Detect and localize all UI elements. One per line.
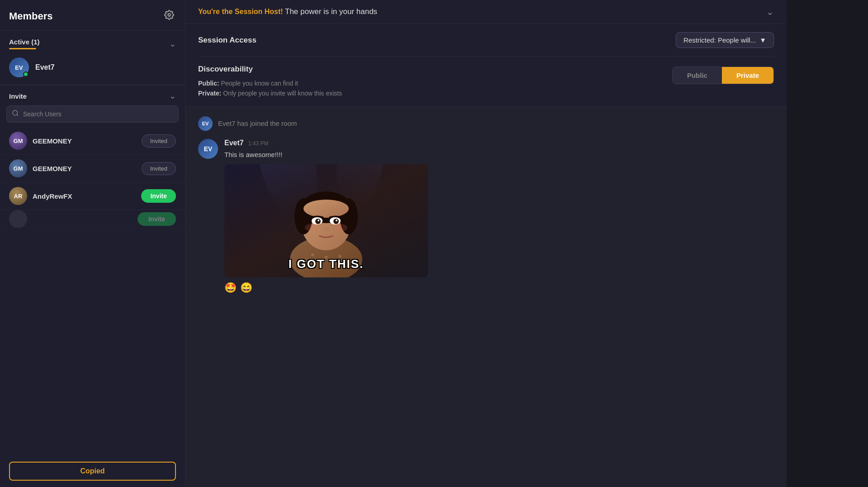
chat-message: EV Evet7 1:43 PM This is awesome!!!!	[198, 139, 774, 294]
settings-panel: Session Access Restricted: People will..…	[185, 24, 787, 107]
discoverability-toggle: Public Private	[672, 67, 774, 84]
search-icon	[12, 110, 19, 119]
meme-background: I GOT THIS.	[224, 164, 428, 277]
svg-point-26	[335, 224, 347, 231]
svg-point-1	[13, 110, 18, 115]
message-time: 1:43 PM	[248, 140, 269, 147]
invite-chevron-icon: ⌄	[169, 91, 176, 101]
svg-point-7	[311, 253, 314, 256]
user-info: AR AndyRewFX	[9, 187, 72, 205]
invite-header[interactable]: Invite ⌄	[0, 86, 185, 105]
svg-point-17	[304, 200, 349, 218]
invite-label: Invite	[9, 92, 27, 100]
system-avatar: EV	[198, 116, 213, 131]
message-image: I GOT THIS.	[224, 164, 428, 277]
search-box	[6, 105, 179, 123]
invited-button[interactable]: Invited	[142, 162, 176, 175]
reaction-grin[interactable]: 😄	[240, 282, 252, 294]
svg-point-20	[315, 219, 321, 224]
sidebar-title: Members	[9, 10, 53, 22]
discoverability-info: Discoverability Public: People you know …	[198, 65, 672, 99]
discoverability-row: Discoverability Public: People you know …	[198, 57, 774, 107]
avatar	[9, 210, 27, 228]
public-label: Public:	[198, 80, 219, 87]
svg-point-22	[318, 220, 319, 221]
private-button[interactable]: Private	[722, 67, 773, 84]
sidebar-header: Members	[0, 0, 185, 31]
online-indicator	[23, 72, 28, 77]
list-item[interactable]: Invite	[0, 210, 185, 228]
private-desc: Only people you invite will know this ex…	[223, 90, 342, 97]
message-username: Evet7	[224, 139, 244, 147]
discoverability-title: Discoverability	[198, 65, 672, 74]
meme-image: I GOT THIS.	[224, 164, 428, 277]
message-content: Evet7 1:43 PM This is awesome!!!!	[224, 139, 774, 294]
host-rest: The power is in your hands	[285, 7, 377, 16]
chat-area: EV Evet7 has joined the room EV Evet7 1:…	[185, 107, 787, 487]
main-content: You're the Session Host! The power is in…	[185, 0, 787, 487]
invite-button[interactable]: Invite	[141, 189, 176, 203]
host-highlight: You're the Session Host!	[198, 8, 283, 15]
user-list: GM GEEMONEY Invited GM GEEMONEY Invited	[0, 127, 185, 457]
avatar: AR	[9, 187, 27, 205]
svg-point-0	[168, 14, 171, 16]
invite-button[interactable]: Invite	[138, 212, 176, 226]
settings-button[interactable]	[162, 8, 176, 24]
host-text: You're the Session Host! The power is in…	[198, 7, 377, 16]
active-username: Evet7	[35, 63, 55, 72]
user-info: GM GEEMONEY	[9, 159, 72, 177]
user-info: GM GEEMONEY	[9, 132, 72, 150]
active-user-row: EV Evet7	[9, 52, 176, 80]
svg-point-23	[336, 220, 337, 221]
session-access-button[interactable]: Restricted: People will... ▼	[676, 32, 774, 48]
discoverability-public-desc: Public: People you know can find it	[198, 78, 672, 88]
svg-point-25	[305, 224, 318, 231]
user-info	[9, 210, 33, 228]
list-item[interactable]: GM GEEMONEY Invited	[0, 155, 185, 182]
message-header: Evet7 1:43 PM	[224, 139, 774, 147]
svg-point-24	[323, 227, 330, 231]
active-header[interactable]: Active (1) ⌄	[9, 35, 176, 52]
system-text: Evet7 has joined the room	[218, 119, 297, 127]
active-label: Active (1)	[9, 38, 40, 46]
active-underline	[9, 48, 36, 49]
invite-section: Invite ⌄ GM GEEMONEY Invite	[0, 86, 185, 487]
avatar: EV	[9, 57, 29, 77]
discoverability-private-desc: Private: Only people you invite will kno…	[198, 88, 672, 98]
list-item[interactable]: GM GEEMONEY Invited	[0, 127, 185, 155]
public-button[interactable]: Public	[673, 67, 722, 84]
meme-caption: I GOT THIS.	[289, 257, 364, 271]
search-input[interactable]	[6, 105, 179, 123]
active-section: Active (1) ⌄ EV Evet7	[0, 31, 185, 85]
svg-line-2	[17, 115, 18, 116]
copied-button[interactable]: Copied	[9, 462, 176, 481]
list-username: AndyRewFX	[33, 192, 72, 200]
list-username: GEEMONEY	[33, 165, 72, 172]
public-desc: People you know can find it	[221, 80, 298, 87]
active-chevron-icon: ⌄	[169, 39, 176, 49]
svg-point-21	[333, 219, 339, 224]
right-panel	[787, 0, 868, 487]
sidebar: Members Active (1) ⌄ EV Evet7	[0, 0, 185, 487]
list-item[interactable]: AR AndyRewFX Invite	[0, 182, 185, 210]
session-access-value: Restricted: People will...	[683, 36, 756, 44]
session-access-row: Session Access Restricted: People will..…	[198, 24, 774, 57]
list-username: GEEMONEY	[33, 137, 72, 145]
private-label: Private:	[198, 90, 221, 97]
host-banner: You're the Session Host! The power is in…	[185, 0, 787, 24]
avatar: GM	[9, 132, 27, 150]
avatar: GM	[9, 159, 27, 177]
message-avatar: EV	[198, 139, 218, 159]
host-chevron-icon[interactable]: ⌄	[766, 6, 774, 17]
reactions: 🤩 😄	[224, 282, 774, 294]
message-text: This is awesome!!!!	[224, 150, 774, 160]
invited-button[interactable]: Invited	[142, 134, 176, 148]
session-access-label: Session Access	[198, 36, 256, 45]
dropdown-chevron-icon: ▼	[759, 36, 766, 44]
reaction-star-eyes[interactable]: 🤩	[224, 282, 237, 294]
system-message: EV Evet7 has joined the room	[198, 116, 774, 131]
